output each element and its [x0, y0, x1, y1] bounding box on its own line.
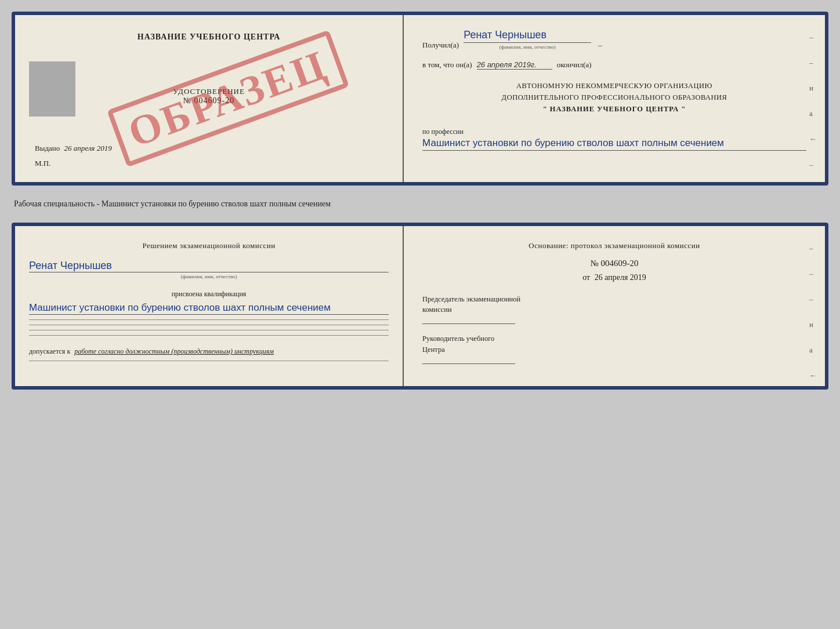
poluchil-name: Ренат Чернышев: [464, 29, 591, 43]
right-dashes-bottom: – – – и а ← – –: [809, 243, 817, 390]
po-professii-label: по профессии: [422, 128, 806, 136]
osnovanie-text: Основание: протокол экзаменационной коми…: [422, 240, 806, 252]
professiya-text: Машинист установки по бурению стволов ша…: [422, 136, 806, 151]
line-3: [29, 330, 389, 330]
org-block: АВТОНОМНУЮ НЕКОММЕРЧЕСКУЮ ОРГАНИЗАЦИЮ ДО…: [422, 80, 806, 115]
line-2: [29, 325, 389, 325]
udostoverenie-label: УДОСТОВЕРЕНИЕ: [173, 87, 245, 96]
po-professii-block: по профессии Машинист установки по бурен…: [422, 128, 806, 151]
predsedatel-line2: комиссии: [422, 304, 806, 315]
predsedatel-block: Председатель экзаменационной комиссии: [422, 294, 806, 325]
prisvoena-label: присвоена квалификация: [29, 290, 389, 299]
bottom-document: Решением экзаменационной комиссии Ренат …: [12, 223, 828, 390]
rukovoditel-line1: Руководитель учебного: [422, 333, 806, 344]
photo-placeholder: [29, 61, 75, 117]
dash-right: –: [598, 41, 602, 50]
top-doc-right: Получил(а) Ренат Чернышев (фамилия, имя,…: [404, 15, 825, 182]
protocol-date: от 26 апреля 2019: [422, 273, 806, 282]
vtom-label: в том, что он(а): [422, 60, 472, 70]
middle-text: Рабочая специальность - Машинист установ…: [12, 195, 828, 213]
nomer-text: № 004609-20: [173, 96, 245, 106]
vtom-date: 26 апреля 2019г.: [477, 60, 552, 70]
dopuskaetsya-italic: работе согласно должностным (производств…: [74, 347, 274, 355]
fio-hint-top: (фамилия, имя, отчество): [464, 44, 591, 50]
resheniem-text: Решением экзаменационной комиссии: [29, 240, 389, 252]
dopuskaetsya-prefix: допускается к: [29, 347, 70, 355]
vydano-row: Выдано 26 апреля 2019: [35, 144, 112, 153]
kvalifikaciya-text: Машинист установки по бурению стволов ша…: [29, 301, 389, 315]
line-1: [29, 319, 389, 320]
vydano-label: Выдано: [35, 144, 60, 152]
protocol-number: № 004609-20: [422, 259, 806, 268]
protocol-date-prefix: от: [582, 273, 590, 282]
vtom-row: в том, что он(а) 26 апреля 2019г. окончи…: [422, 60, 806, 70]
predsedatel-podpis-line: [422, 323, 515, 324]
rukovoditel-line2: Центра: [422, 344, 806, 355]
org-line2: ДОПОЛНИТЕЛЬНОГО ПРОФЕССИОНАЛЬНОГО ОБРАЗО…: [422, 92, 806, 103]
page-container: НАЗВАНИЕ УЧЕБНОГО ЦЕНТРА УДОСТОВЕРЕНИЕ №…: [12, 12, 828, 390]
bottom-doc-right: Основание: протокол экзаменационной коми…: [404, 226, 825, 386]
poluchil-label: Получил(а): [422, 41, 459, 50]
rukovoditel-podpis-line: [422, 363, 515, 364]
fio-bottom: Ренат Чернышев: [29, 260, 389, 272]
dopuskaetsya-row: допускается к работе согласно должностны…: [29, 347, 389, 356]
fio-hint-bottom: (фамилия, имя, отчество): [29, 274, 389, 279]
vydano-date: 26 апреля 2019: [64, 144, 112, 152]
mp-text: М.П.: [35, 159, 50, 168]
okonchil-label: окончил(а): [557, 60, 592, 70]
udostoverenie-block: УДОСТОВЕРЕНИЕ № 004609-20: [173, 87, 245, 106]
top-doc-left: НАЗВАНИЕ УЧЕБНОГО ЦЕНТРА УДОСТОВЕРЕНИЕ №…: [15, 15, 404, 182]
right-dashes-top: – – и а ← – –: [809, 32, 817, 186]
line-5: [29, 361, 389, 361]
poluchil-row: Получил(а) Ренат Чернышев (фамилия, имя,…: [422, 29, 806, 50]
protocol-date-value: 26 апреля 2019: [595, 273, 646, 282]
top-document: НАЗВАНИЕ УЧЕБНОГО ЦЕНТРА УДОСТОВЕРЕНИЕ №…: [12, 12, 828, 186]
line-4: [29, 335, 389, 336]
predsedatel-line1: Председатель экзаменационной: [422, 294, 806, 305]
training-center-title: НАЗВАНИЕ УЧЕБНОГО ЦЕНТРА: [137, 32, 280, 42]
org-name: " НАЗВАНИЕ УЧЕБНОГО ЦЕНТРА ": [422, 103, 806, 115]
bottom-doc-left: Решением экзаменационной комиссии Ренат …: [15, 226, 404, 386]
rukovoditel-block: Руководитель учебного Центра: [422, 333, 806, 364]
org-line1: АВТОНОМНУЮ НЕКОММЕРЧЕСКУЮ ОРГАНИЗАЦИЮ: [422, 80, 806, 92]
